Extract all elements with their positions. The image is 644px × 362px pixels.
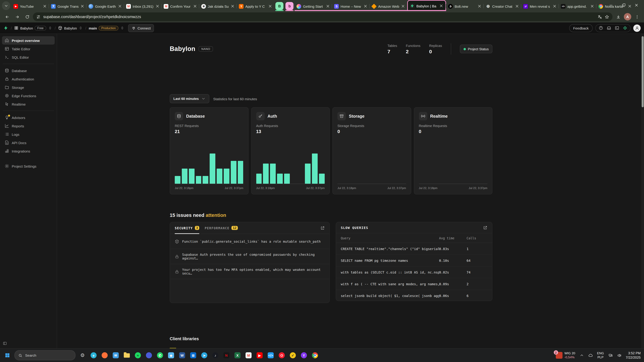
mail-icon[interactable]: ✉ [112, 351, 120, 359]
sidebar-item-advisors[interactable]: Advisors [2, 113, 55, 122]
tab-close-icon[interactable] [230, 4, 235, 8]
breadcrumb-project[interactable]: Babylon [58, 26, 83, 30]
tab-close-icon[interactable] [326, 4, 330, 8]
sidebar-item-api-docs[interactable]: API Docs [2, 138, 55, 147]
chevrons-updown-icon[interactable] [78, 26, 83, 30]
browser-tab[interactable]: MInbox (3,291) [124, 1, 162, 11]
service-card-storage[interactable]: StorageStorage Requests0Jul 22, 3:18pmJu… [332, 107, 411, 194]
bookmark-star-icon[interactable] [605, 14, 609, 19]
gmail-icon[interactable]: M [244, 351, 252, 359]
copilot-icon[interactable] [145, 351, 153, 359]
chevrons-updown-icon[interactable] [120, 26, 124, 30]
tab-close-icon[interactable] [80, 4, 85, 8]
browser-tab-active[interactable]: Babylon | Ba [407, 0, 446, 11]
forward-button[interactable] [13, 12, 22, 21]
connect-button[interactable]: Connect [128, 24, 154, 32]
browser-tab[interactable]: 文Google Trans [49, 1, 87, 11]
tiktok-icon[interactable]: ♪ [211, 351, 219, 359]
collapsed-tab-group[interactable]: B [276, 2, 284, 10]
reload-button[interactable] [23, 12, 32, 21]
supabase-logo-icon[interactable] [3, 25, 8, 30]
browser-tab[interactable]: ▶YouTube [12, 1, 49, 11]
browser-tab[interactable]: </>app.getbind. [559, 1, 596, 11]
norton-icon[interactable]: ✓ [289, 351, 297, 359]
clock[interactable]: 3:52 PM7/22/2025 [626, 351, 641, 360]
external-link-icon[interactable] [320, 226, 325, 230]
tab-close-icon[interactable] [193, 4, 198, 8]
feedback-button[interactable]: Feedback [569, 24, 593, 32]
tab-close-icon[interactable] [515, 4, 520, 8]
sidebar-item-project-settings[interactable]: Project Settings [2, 162, 55, 170]
tab-close-icon[interactable] [401, 4, 405, 8]
site-settings-icon[interactable] [36, 14, 40, 19]
settings-icon[interactable]: ⚙ [78, 351, 86, 359]
tab-close-icon[interactable] [43, 4, 47, 8]
tab-security[interactable]: SECURITY3 [175, 222, 199, 234]
taskbar-search[interactable]: Search [14, 350, 76, 360]
whatsapp-icon[interactable]: ✆ [156, 351, 164, 359]
telegram-icon[interactable]: ➤ [200, 351, 208, 359]
tab-close-icon[interactable] [439, 4, 444, 8]
query-row[interactable]: SELECT name FROM pg_timezone_names0.10s6… [336, 255, 492, 267]
sidebar-item-database[interactable]: Database [2, 66, 55, 75]
vscode-icon[interactable]: </> [267, 351, 275, 359]
back-button[interactable] [3, 12, 12, 21]
browser-tab[interactable]: bBolt.new [446, 1, 484, 11]
sidebar-item-storage[interactable]: Storage [2, 83, 55, 91]
breadcrumb-branch[interactable]: main Production [89, 26, 124, 30]
browser-tab[interactable]: Nowa karta [596, 1, 634, 11]
tab-close-icon[interactable] [478, 4, 482, 8]
query-row[interactable]: select jsonb_build_object( $1, coalesce(… [336, 290, 492, 301]
browser-tab[interactable]: ⊕Creator Chat [484, 1, 522, 11]
language-switcher[interactable]: ENGPLP [597, 351, 604, 359]
sidebar-item-integrations[interactable]: Integrations [2, 147, 55, 155]
chrome-icon[interactable] [311, 351, 319, 359]
store-icon[interactable]: ⊞ [189, 351, 197, 359]
tab-performance[interactable]: PERFORMANCE12 [204, 222, 238, 234]
excel-icon[interactable]: X [234, 351, 242, 359]
tab-close-icon[interactable] [118, 4, 122, 8]
browser-tab[interactable]: MConfirm Your [162, 1, 200, 11]
downloads-icon[interactable] [614, 12, 622, 21]
sidebar-collapse-icon[interactable] [3, 341, 7, 346]
user-avatar[interactable] [633, 24, 641, 32]
sidebar-item-sql-editor[interactable]: SQL Editor [2, 53, 55, 61]
sidebar-item-table-editor[interactable]: Table Editor [2, 44, 55, 53]
time-range-dropdown[interactable]: Last 60 minutes [170, 94, 209, 103]
scrollbar-thumb[interactable] [642, 36, 644, 107]
service-card-realtime[interactable]: RealtimeRealtime Requests0Jul 22, 3:18pm… [414, 107, 492, 194]
tab-close-icon[interactable] [552, 4, 557, 8]
sidebar-item-edge-functions[interactable]: Edge Functions [2, 91, 55, 100]
chevrons-updown-icon[interactable] [48, 26, 52, 30]
network-icon[interactable] [608, 353, 613, 358]
inbox-icon[interactable] [607, 26, 611, 30]
browser-tab[interactable]: Amazon Web [370, 1, 407, 11]
service-card-database[interactable]: DatabaseREST Requests21Jul 22, 3:18pmJul… [170, 107, 248, 194]
tab-close-icon[interactable] [590, 4, 594, 8]
ai-assistant-icon[interactable] [623, 26, 627, 30]
query-row[interactable]: with f as ( -- CTE with sane arg_modes, … [336, 278, 492, 290]
sidebar-item-authentication[interactable]: Authentication [2, 75, 55, 83]
issue-row[interactable]: Supabase Auth prevents the use of compro… [170, 249, 330, 264]
browser-tab[interactable]: y!Men reveal s [522, 1, 559, 11]
issue-row[interactable]: Function `public.generate_social_links` … [170, 234, 330, 249]
edge-icon[interactable]: e [90, 351, 98, 359]
onedrive-cloud-icon[interactable] [588, 353, 593, 358]
translate-icon[interactable] [598, 14, 602, 19]
volume-icon[interactable] [617, 353, 621, 358]
sidebar-item-reports[interactable]: Reports [2, 122, 55, 130]
collapsed-tab-group[interactable]: b [286, 2, 294, 10]
sidebar-item-project-overview[interactable]: Project overview [2, 36, 55, 44]
spotify-icon[interactable]: ≈ [134, 351, 142, 359]
tab-search-button[interactable] [2, 1, 10, 10]
browser-tab[interactable]: Google Earth [87, 1, 124, 11]
tab-close-icon[interactable] [364, 4, 368, 8]
external-link-icon[interactable] [483, 225, 487, 230]
issue-row[interactable]: Your project has too few MFA options ena… [170, 264, 330, 279]
sidebar-item-realtime[interactable]: Realtime [2, 100, 55, 108]
firefox-icon[interactable] [100, 351, 109, 359]
browser-tab[interactable]: YApply to Y C [237, 1, 274, 11]
opera-icon[interactable]: O [278, 351, 286, 359]
youtube-icon[interactable]: ▶ [256, 351, 264, 359]
yandex-music-icon[interactable]: Y [300, 351, 308, 359]
